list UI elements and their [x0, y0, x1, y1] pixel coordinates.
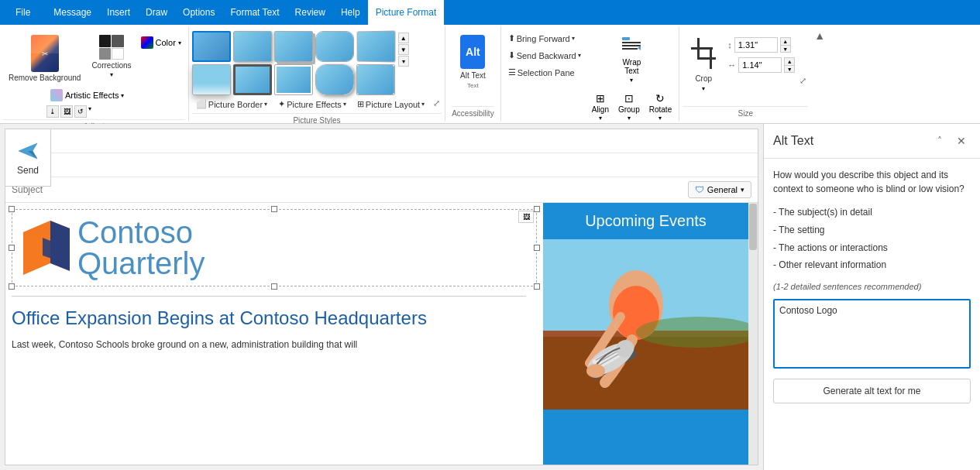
email-body: 🖼 [5, 203, 758, 465]
scroll-thumb[interactable] [749, 204, 757, 250]
subject-row: 🛡 General ▾ [5, 177, 758, 203]
to-field[interactable] [51, 136, 751, 146]
picture-style-3[interactable] [274, 31, 313, 62]
artistic-effects-label: Artistic Effects [65, 91, 119, 100]
artistic-effects-button[interactable]: Artistic Effects ▾ [46, 87, 185, 104]
picture-style-6[interactable] [192, 64, 231, 95]
size-group-label: Size [683, 106, 808, 120]
rotate-button[interactable]: ↻ Rotate ▾ [645, 90, 676, 124]
panel-description: How would you describe this object and i… [773, 168, 971, 196]
styles-scroll-down[interactable]: ▼ [398, 44, 409, 55]
scrollbar[interactable] [748, 203, 758, 465]
sensitivity-label: General [707, 185, 738, 194]
options-tab[interactable]: Options [175, 0, 222, 25]
email-cc-row: Cc [5, 153, 758, 177]
events-header: Upcoming Events [543, 203, 748, 239]
compress-pictures-button[interactable]: ⤓ [46, 105, 59, 118]
svg-rect-2 [622, 45, 641, 46]
picture-style-1[interactable] [192, 31, 231, 62]
picture-style-5[interactable] [356, 31, 395, 63]
width-spin-down[interactable]: ▼ [784, 65, 795, 73]
article-section: Office Expansion Begins at Contoso Headq… [12, 306, 537, 352]
width-spin-up[interactable]: ▲ [784, 57, 795, 65]
subject-field[interactable] [12, 184, 688, 195]
reset-picture-button[interactable]: ↺ [74, 105, 87, 118]
panel-title: Alt Text [773, 134, 813, 148]
svg-point-25 [586, 364, 605, 378]
height-input[interactable] [734, 37, 778, 53]
svg-rect-3 [622, 48, 638, 50]
picture-style-2[interactable] [233, 31, 272, 62]
file-tab[interactable]: File [9, 2, 36, 22]
panel-collapse-button[interactable]: ˄ [930, 132, 949, 150]
email-to-row: To [5, 129, 758, 153]
picture-style-9[interactable] [315, 64, 354, 95]
send-label: Send [17, 165, 39, 176]
picture-layout-label: Picture Layout [366, 100, 420, 109]
insert-tab[interactable]: Insert [99, 0, 138, 25]
color-label: Color [156, 38, 176, 47]
svg-rect-0 [622, 37, 630, 40]
picture-style-7[interactable] [233, 64, 272, 95]
picture-effects-button[interactable]: ✦ Picture Effects ▾ [274, 97, 350, 111]
contoso-logo[interactable]: Contoso Quarterly [12, 209, 537, 286]
picture-style-4[interactable] [315, 31, 354, 62]
accessibility-label: Accessibility [452, 106, 493, 120]
panel-close-button[interactable]: ✕ [952, 132, 971, 150]
styles-scroll-up[interactable]: ▲ [398, 33, 409, 43]
svg-rect-1 [622, 42, 641, 43]
color-button[interactable]: Color ▾ [137, 34, 185, 51]
alt-text-button[interactable]: Alt Alt Text Text [455, 31, 491, 93]
svg-rect-6 [691, 47, 713, 50]
logo-cube-graphic [15, 213, 77, 283]
panel-hint: (1-2 detailed sentences recommended) [773, 282, 971, 291]
crop-button[interactable]: Crop ▾ [683, 31, 724, 106]
remove-background-label: Remove Background [9, 74, 81, 83]
generate-alt-text-button[interactable]: Generate alt text for me [773, 379, 971, 403]
sensitivity-badge[interactable]: 🛡 General ▾ [688, 181, 751, 198]
events-section: Upcoming Events [543, 203, 748, 465]
corrections-label: Corrections [91, 61, 131, 70]
selection-pane-button[interactable]: ☰ Selection Pane [504, 65, 585, 80]
remove-background-button[interactable]: ✂ Remove Background [3, 31, 86, 87]
group-button[interactable]: ⊡ Group ▾ [614, 90, 644, 124]
styles-expand[interactable]: ▾ [398, 56, 409, 67]
help-tab[interactable]: Help [333, 0, 368, 25]
picture-effects-label: Picture Effects [287, 100, 342, 109]
article-body: Last week, Contoso Schools broke ground … [12, 338, 537, 352]
picture-style-8[interactable] [274, 64, 313, 95]
send-backward-label: Send Backward [517, 51, 576, 60]
width-input[interactable] [738, 57, 782, 73]
picture-format-tab[interactable]: Picture Format [368, 0, 445, 25]
corrections-button[interactable]: Corrections ▾ [88, 31, 135, 82]
height-spin-up[interactable]: ▲ [780, 37, 791, 45]
article-title: Office Expansion Begins at Contoso Headq… [12, 306, 537, 330]
svg-rect-5 [697, 57, 716, 60]
crop-label: Crop [695, 74, 712, 83]
ribbon-collapse-button[interactable]: ▲ [811, 26, 828, 45]
picture-border-label: Picture Border [208, 100, 263, 109]
review-tab[interactable]: Review [287, 0, 333, 25]
bring-forward-label: Bring Forward [517, 34, 570, 43]
format-text-tab[interactable]: Format Text [222, 0, 287, 25]
message-tab[interactable]: Message [46, 0, 99, 25]
picture-styles-expand[interactable]: ⤢ [432, 97, 442, 111]
svg-rect-7 [710, 47, 712, 69]
height-spin-down[interactable]: ▼ [780, 45, 791, 53]
alt-text-textarea[interactable]: Contoso Logo [773, 299, 971, 369]
selection-pane-label: Selection Pane [518, 68, 575, 77]
align-button[interactable]: ⊞ Align ▾ [588, 90, 613, 124]
cc-field[interactable] [53, 160, 751, 170]
alt-text-panel: Alt Text ˄ ✕ How would you describe this… [763, 124, 980, 470]
alt-text-label: Alt Text [460, 71, 486, 80]
send-button[interactable]: Send [5, 129, 51, 187]
send-backward-button[interactable]: ⬇ Send Backward ▾ [504, 48, 585, 63]
change-picture-button[interactable]: 🖼 [60, 105, 73, 118]
alt-text-bullets: - The subject(s) in detail - The setting… [773, 204, 971, 274]
picture-style-10[interactable] [356, 64, 395, 95]
bring-forward-button[interactable]: ⬆ Bring Forward ▾ [504, 31, 585, 46]
picture-border-button[interactable]: ⬜ Picture Border ▾ [192, 97, 271, 111]
wrap-text-button[interactable]: WrapText ▾ [588, 31, 676, 87]
picture-layout-button[interactable]: ⊞ Picture Layout ▾ [353, 97, 428, 111]
draw-tab[interactable]: Draw [138, 0, 175, 25]
